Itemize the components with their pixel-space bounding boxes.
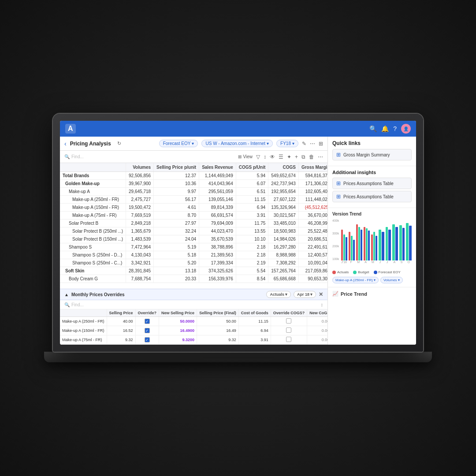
- panel-toggle-icon[interactable]: ⊞: [319, 141, 323, 147]
- collapse-icon[interactable]: ▲: [64, 292, 69, 297]
- budget-bar: [399, 225, 402, 260]
- row-sp: 20.33: [154, 275, 199, 283]
- budget-bar: [358, 227, 360, 260]
- chart-filter-metric[interactable]: Volumes▾: [380, 277, 403, 283]
- row-gm: 594,816,375: [298, 172, 327, 180]
- monthly-search-icon: 🔍: [64, 302, 70, 307]
- ov-row-newcogs[interactable]: 0.00: [307, 335, 327, 345]
- prices-assumptions-label-2: Prices Assumptions Table: [343, 194, 394, 199]
- row-revenue: 89,814,339: [199, 204, 236, 212]
- row-cogs: 16,297,280: [268, 243, 299, 251]
- monthly-sort-icon[interactable]: ↕: [321, 302, 324, 307]
- table-row: Shampoo S 7,472,964 5.19 38,788,896 2.18…: [60, 243, 327, 251]
- row-sp: 5.20: [154, 259, 199, 267]
- override-table-wrap[interactable]: Selling Price Override? New Selling Pric…: [60, 309, 327, 345]
- refresh-icon[interactable]: ↻: [117, 141, 121, 146]
- ov-row-override[interactable]: ✓: [135, 317, 159, 326]
- bell-icon[interactable]: 🔔: [381, 125, 389, 132]
- ov-row-override[interactable]: ✓: [135, 326, 159, 335]
- checked-checkbox[interactable]: ✓: [145, 328, 150, 333]
- sort-icon[interactable]: ↕: [264, 154, 266, 160]
- add-icon[interactable]: +: [295, 154, 298, 160]
- row-gm: 10,091,042: [298, 259, 327, 267]
- avatar[interactable]: 👤: [401, 124, 411, 134]
- col-sp: Selling Price p/unit: [154, 163, 199, 172]
- chart-filter-product[interactable]: Make-up A (250ml - FR)▾: [332, 277, 379, 283]
- row-name: Shampoo S (250ml - D...): [60, 251, 126, 259]
- more-icon[interactable]: ⋯: [310, 141, 315, 147]
- table-row: Make-up A (150ml - FR) 19,500,472 4.61 8…: [60, 204, 327, 212]
- table-row: Shampoo S (250ml - D...) 4,130,043 5.18 …: [60, 251, 327, 259]
- ov-row-sp: 16.52: [107, 326, 135, 335]
- edit-icon[interactable]: ✎: [302, 141, 306, 147]
- duplicate-icon[interactable]: ⧉: [301, 154, 305, 160]
- row-gm: 20,686,513: [298, 235, 327, 243]
- cogs-unchecked-checkbox[interactable]: [286, 337, 291, 342]
- bar-group: [392, 224, 398, 260]
- monthly-search-placeholder[interactable]: Find...: [71, 302, 84, 307]
- help-icon[interactable]: ?: [393, 125, 397, 132]
- forecast-bar: [346, 237, 347, 260]
- row-name: Solar Protect B: [60, 219, 126, 227]
- year-filter[interactable]: FY18▾: [276, 140, 298, 147]
- legend-item: Forecast EOY: [374, 270, 401, 274]
- ov-col-override: Override?: [135, 309, 159, 317]
- row-volumes: 7,669,519: [126, 212, 154, 219]
- checked-checkbox[interactable]: ✓: [145, 319, 150, 324]
- row-sp: 10.36: [154, 180, 199, 188]
- cogs-unchecked-checkbox[interactable]: [286, 318, 291, 324]
- bar-group: [341, 230, 347, 261]
- filter-icon[interactable]: ▽: [256, 154, 260, 160]
- ov-row-name: Make-up A (75ml - FR): [60, 335, 107, 345]
- ov-row-newcogs[interactable]: 0.00: [307, 326, 327, 335]
- period-filter[interactable]: Apr 18▾: [294, 291, 316, 298]
- version-trend-title: Version Trend: [332, 212, 412, 216]
- ov-row-newsp[interactable]: 9.3200: [159, 335, 197, 345]
- row-name: Solar Protect B (150ml ...): [60, 235, 126, 243]
- ov-row-spfinal: 16.49: [197, 326, 239, 335]
- budget-bar: [373, 232, 375, 260]
- ov-row-overridecogs[interactable]: [271, 335, 307, 345]
- forecast-bar: [368, 231, 370, 260]
- monthly-title: Monthly Prices Overrides: [71, 292, 125, 297]
- prices-assumptions-link-2[interactable]: ⊞ Prices Assumptions Table: [332, 191, 412, 202]
- checked-checkbox[interactable]: ✓: [145, 337, 150, 342]
- budget-bar: [343, 234, 345, 260]
- search-nav-icon[interactable]: 🔍: [369, 125, 377, 132]
- gross-margin-summary-link[interactable]: ⊞ Gross Margin Summary: [332, 149, 412, 160]
- main-content: ‹ Pricing Analysis ↻ Forecast EOY▾ US W …: [60, 137, 328, 345]
- ov-row-newsp[interactable]: 50.0000: [159, 317, 197, 326]
- ov-row-spfinal: 9.32: [197, 335, 239, 345]
- chart-filters[interactable]: Make-up A (250ml - FR)▾ Volumes▾: [332, 277, 412, 283]
- actuals-filter[interactable]: Actuals▾: [266, 291, 291, 298]
- x-label: M: [370, 260, 376, 264]
- view-button[interactable]: ⊞ View: [238, 154, 253, 159]
- forecast-filter[interactable]: Forecast EOY▾: [159, 140, 198, 147]
- overflow-icon[interactable]: ⋯: [318, 154, 323, 160]
- row-volumes: 4,130,043: [126, 251, 154, 259]
- search-placeholder[interactable]: Find...: [71, 154, 84, 159]
- back-button[interactable]: ‹: [64, 140, 67, 147]
- region-filter[interactable]: US W - Amazon.com - Internet▾: [201, 140, 273, 147]
- row-revenue: 156,339,976: [199, 275, 236, 283]
- layout-icon[interactable]: ☰: [279, 154, 283, 160]
- x-label: S: [398, 260, 404, 264]
- ov-row-newcogs[interactable]: 0.00: [307, 317, 327, 326]
- bar-group: [364, 227, 370, 260]
- main-table-wrap[interactable]: Volumes Selling Price p/unit Sales Reven…: [60, 163, 327, 289]
- ov-row-overridecogs[interactable]: [271, 317, 307, 326]
- prices-assumptions-link-1[interactable]: ⊞ Prices Assumptions Table: [332, 178, 412, 189]
- row-cogs-pu: 2.18: [236, 251, 268, 259]
- search-icon: 🔍: [64, 154, 70, 159]
- ov-row-overridecogs[interactable]: [271, 326, 307, 335]
- ov-row-override[interactable]: ✓: [135, 335, 159, 345]
- settings-icon[interactable]: ✦: [287, 154, 291, 160]
- visibility-icon[interactable]: 👁: [270, 154, 275, 160]
- monthly-close-button[interactable]: ✕: [319, 291, 323, 298]
- ov-row-newsp[interactable]: 16.4900: [159, 326, 197, 335]
- price-trend-section: 📈 Price Trend: [328, 287, 416, 300]
- x-label: F: [348, 260, 354, 264]
- delete-icon[interactable]: 🗑: [309, 154, 314, 160]
- row-cogs-pu: 5.54: [236, 267, 268, 275]
- cogs-unchecked-checkbox[interactable]: [286, 327, 291, 333]
